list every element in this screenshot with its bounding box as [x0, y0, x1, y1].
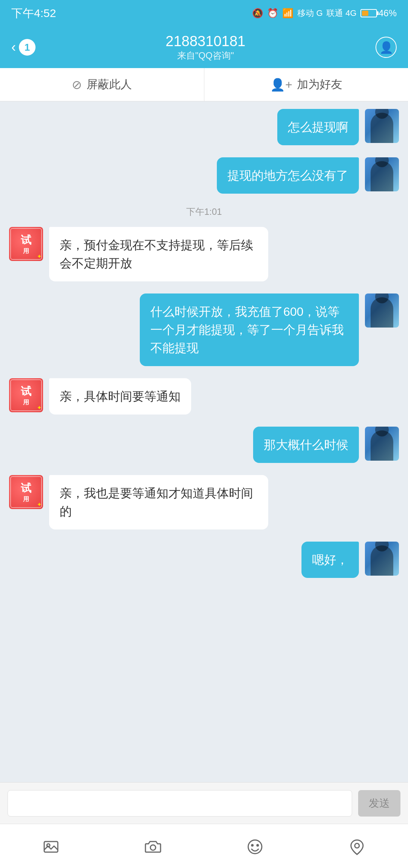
- add-friend-icon: 👤+: [270, 78, 292, 92]
- message-text: 提现的地方怎么没有了: [227, 169, 348, 182]
- battery-icon: [360, 9, 377, 17]
- nav-bar: ‹ 1 2188310181 来自"QQ咨询" 👤: [0, 26, 408, 68]
- message-row: 试 用 ✦ 亲，预付金现在不支持提现，等后续会不定期开放: [9, 227, 399, 281]
- action-bar: ⊘ 屏蔽此人 👤+ 加为好友: [0, 68, 408, 101]
- avatar: [365, 293, 399, 328]
- battery-fill: [362, 11, 368, 16]
- status-bar: 下午4:52 🔕 ⏰ 📶 移动 G 联通 4G 46%: [0, 0, 408, 26]
- input-bar: 发送: [0, 782, 408, 824]
- message-row: 怎么提现啊: [9, 109, 399, 145]
- profile-button[interactable]: 👤: [376, 37, 397, 58]
- avatar: [365, 157, 399, 191]
- nav-center: 2188310181 来自"QQ咨询": [165, 33, 245, 62]
- message-bubble: 那大概什么时候: [253, 427, 359, 463]
- message-text: 嗯好，: [312, 553, 348, 567]
- bottom-toolbar: [0, 824, 408, 868]
- message-text: 那大概什么时候: [264, 438, 348, 452]
- image-icon: [43, 838, 59, 855]
- location-button[interactable]: [342, 832, 372, 862]
- message-row: 那大概什么时候: [9, 427, 399, 463]
- svg-point-5: [257, 845, 258, 846]
- back-arrow-icon: ‹: [11, 39, 16, 55]
- user-silhouette: [371, 545, 393, 576]
- message-text: 怎么提现啊: [288, 120, 348, 134]
- carrier2-label: 联通 4G: [326, 8, 356, 19]
- battery-indicator: 46%: [360, 8, 397, 19]
- svg-point-3: [248, 840, 262, 854]
- message-text: 亲，预付金现在不支持提现，等后续会不定期开放: [60, 238, 253, 270]
- location-icon: [349, 838, 365, 855]
- trial-star-icon: ✦: [37, 253, 42, 259]
- message-input[interactable]: [8, 790, 352, 817]
- avatar: 试 用 ✦: [9, 378, 43, 412]
- nav-title: 2188310181: [165, 33, 245, 50]
- chat-area: 怎么提现啊 提现的地方怎么没有了 下午1:01 试 用 ✦ 亲，预付金现在不支持…: [0, 101, 408, 782]
- add-friend-button[interactable]: 👤+ 加为好友: [204, 68, 408, 101]
- svg-point-2: [150, 845, 156, 850]
- image-button[interactable]: [36, 832, 66, 862]
- battery-percent: 46%: [379, 8, 397, 19]
- status-time: 下午4:52: [11, 6, 56, 21]
- send-button[interactable]: 发送: [358, 790, 400, 817]
- nav-badge: 1: [19, 39, 36, 56]
- block-label: 屏蔽此人: [87, 77, 132, 92]
- timestamp: 下午1:01: [9, 206, 399, 218]
- camera-icon: [145, 838, 161, 855]
- emoji-icon: [247, 838, 263, 855]
- user-silhouette: [371, 430, 393, 461]
- avatar: [365, 109, 399, 143]
- message-row: 试 用 ✦ 亲，我也是要等通知才知道具体时间的: [9, 475, 399, 529]
- message-row: 什么时候开放，我充值了600，说等一个月才能提现，等了一个月告诉我不能提现: [9, 293, 399, 366]
- status-icons: 🔕 ⏰ 📶 移动 G 联通 4G 46%: [252, 8, 397, 19]
- message-bubble: 提现的地方怎么没有了: [217, 157, 359, 194]
- back-button[interactable]: ‹ 1: [11, 39, 36, 56]
- person-icon: 👤: [379, 41, 393, 54]
- avatar: 试 用 ✦: [9, 475, 43, 509]
- carrier1-label: 移动 G: [297, 8, 323, 19]
- message-bubble: 什么时候开放，我充值了600，说等一个月才能提现，等了一个月告诉我不能提现: [140, 293, 359, 366]
- message-bubble: 亲，具体时间要等通知: [49, 378, 191, 415]
- avatar: [365, 427, 399, 461]
- alarm-icon: ⏰: [267, 8, 278, 19]
- message-row: 试 用 ✦ 亲，具体时间要等通知: [9, 378, 399, 415]
- user-silhouette: [371, 113, 393, 143]
- message-row: 嗯好，: [9, 542, 399, 578]
- trial-star-icon: ✦: [37, 405, 42, 411]
- avatar: 试 用 ✦: [9, 227, 43, 261]
- notification-icon: 🔕: [252, 8, 263, 19]
- message-bubble: 亲，我也是要等通知才知道具体时间的: [49, 475, 268, 529]
- trial-badge: 试 用 ✦: [9, 378, 43, 412]
- block-icon: ⊘: [72, 78, 82, 92]
- wifi-icon: 📶: [282, 8, 294, 19]
- message-bubble: 嗯好，: [301, 542, 359, 578]
- trial-badge: 试 用 ✦: [9, 475, 43, 509]
- message-bubble: 怎么提现啊: [277, 109, 359, 145]
- avatar: [365, 542, 399, 576]
- trial-star-icon: ✦: [37, 502, 42, 508]
- user-silhouette: [371, 161, 393, 191]
- message-text: 什么时候开放，我充值了600，说等一个月才能提现，等了一个月告诉我不能提现: [150, 305, 344, 355]
- user-silhouette: [371, 297, 393, 328]
- add-friend-label: 加为好友: [297, 77, 342, 92]
- message-text: 亲，具体时间要等通知: [60, 390, 181, 403]
- message-row: 提现的地方怎么没有了: [9, 157, 399, 194]
- svg-point-6: [355, 843, 359, 848]
- block-button[interactable]: ⊘ 屏蔽此人: [0, 68, 204, 101]
- nav-subtitle: 来自"QQ咨询": [165, 50, 245, 62]
- message-text: 亲，我也是要等通知才知道具体时间的: [60, 486, 253, 518]
- camera-button[interactable]: [138, 832, 168, 862]
- svg-point-4: [252, 845, 253, 846]
- message-bubble: 亲，预付金现在不支持提现，等后续会不定期开放: [49, 227, 268, 281]
- emoji-button[interactable]: [240, 832, 270, 862]
- svg-rect-0: [44, 842, 58, 852]
- trial-badge: 试 用 ✦: [9, 227, 43, 261]
